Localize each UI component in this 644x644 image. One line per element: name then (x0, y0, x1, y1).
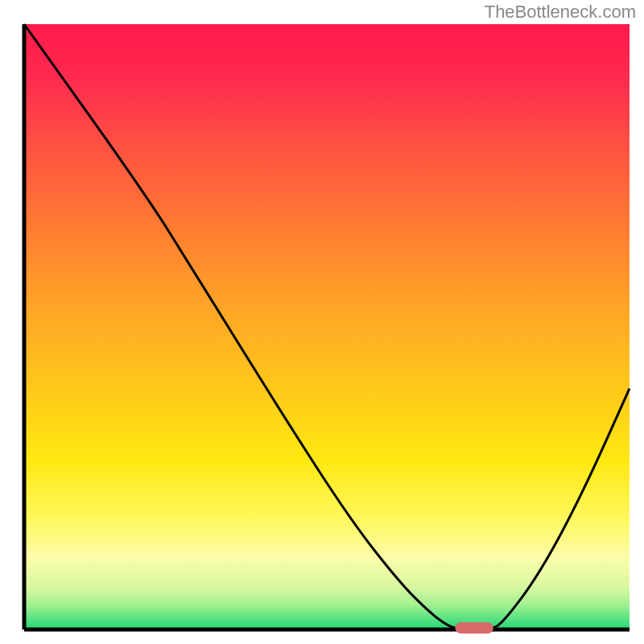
bottleneck-chart (0, 0, 644, 644)
optimal-range-marker (455, 622, 493, 634)
plot-background (24, 24, 630, 630)
watermark-label: TheBottleneck.com (485, 2, 636, 23)
